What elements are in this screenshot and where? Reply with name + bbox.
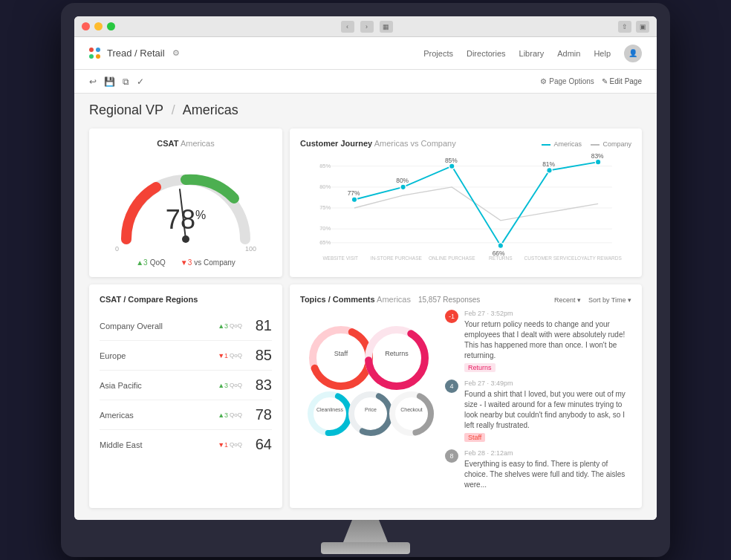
journey-title-text: Customer Journey — [300, 139, 372, 148]
comment-item-1: -1 Feb 27 · 3:52pm Your return policy ne… — [445, 310, 631, 372]
comment-meta-2: Feb 27 · 3:49pm — [464, 380, 631, 387]
close-button[interactable] — [82, 22, 90, 30]
svg-text:RETURNS: RETURNS — [489, 255, 513, 261]
legend-company: Company — [591, 140, 631, 148]
fullscreen-button[interactable]: ▣ — [636, 21, 649, 33]
svg-text:LOYALTY REWARDS: LOYALTY REWARDS — [574, 255, 622, 261]
sort-recent-button[interactable]: Recent ▾ — [554, 296, 581, 304]
comment-item-3: 8 Feb 28 · 2:12am Everything is easy to … — [445, 449, 631, 490]
save-icon[interactable]: 💾 — [104, 76, 115, 87]
journey-chart: 85% 80% 75% 70% 65% — [300, 152, 631, 267]
region-delta-europe: ▼1 QoQ — [218, 352, 242, 359]
csat-footer: ▲3 QoQ ▼3 vs Company — [136, 258, 235, 267]
sort-by-time-button[interactable]: Sort by Time ▾ — [588, 296, 631, 304]
svg-text:85%: 85% — [445, 157, 458, 164]
topics-title-text: Topics / Comments — [300, 295, 375, 304]
nav-admin[interactable]: Admin — [557, 49, 580, 58]
donut-charts-svg: Staff Returns Cleanliness — [300, 310, 438, 440]
svg-text:Checkout: Checkout — [400, 407, 423, 412]
comment-text-3: Everything is easy to find. There is ple… — [464, 459, 631, 490]
comments-list: -1 Feb 27 · 3:52pm Your return policy ne… — [445, 310, 631, 498]
region-row-middle-east: Middle East ▼1 QoQ 64 — [100, 430, 272, 459]
svg-point-1 — [182, 235, 189, 243]
back-button[interactable]: ‹ — [341, 21, 354, 33]
comment-body-3: Feb 28 · 2:12am Everything is easy to fi… — [464, 449, 631, 490]
svg-point-17 — [595, 159, 601, 165]
qoq-label: QoQ — [230, 352, 242, 359]
comment-text-2: Found a shirt that I loved, but you were… — [464, 389, 631, 431]
comment-meta-1: Feb 27 · 3:52pm — [464, 310, 631, 317]
region-score-europe: 85 — [250, 347, 272, 364]
qoq-label: QoQ — [230, 411, 242, 418]
svg-text:ONLINE PURCHASE: ONLINE PURCHASE — [429, 255, 475, 261]
svg-point-14 — [449, 163, 455, 169]
edit-page-button[interactable]: ✎ Edit Page — [602, 77, 642, 85]
maximize-button[interactable] — [107, 22, 115, 30]
svg-text:80%: 80% — [396, 177, 409, 184]
csat-card-title: CSAT Americas — [157, 139, 214, 148]
monitor-stand — [74, 520, 657, 557]
region-score-company: 81 — [250, 317, 272, 334]
topics-header: Topics / Comments Americas 15,857 Respon… — [300, 295, 631, 304]
svg-text:70%: 70% — [319, 225, 331, 232]
app-logo: Tread / Retail ⚙ — [89, 48, 423, 59]
region-row-company: Company Overall ▲3 QoQ 81 — [100, 311, 272, 341]
region-name-europe: Europe — [100, 351, 218, 360]
legend-americas: Americas — [542, 140, 582, 148]
comment-item-2: 4 Feb 27 · 3:49pm Found a shirt that I l… — [445, 380, 631, 442]
svg-text:IN-STORE PURCHASE: IN-STORE PURCHASE — [371, 255, 423, 261]
comment-tag-returns[interactable]: Returns — [464, 363, 496, 372]
region-name-middle-east: Middle East — [100, 440, 218, 449]
window-control-button[interactable]: ▦ — [380, 21, 393, 33]
comment-meta-3: Feb 28 · 2:12am — [464, 449, 631, 457]
region-row-americas: Americas ▲3 QoQ 78 — [100, 400, 272, 430]
svg-text:Returns: Returns — [385, 350, 409, 357]
delta-arrow: ▼1 — [218, 441, 228, 449]
logo-dot-red — [89, 48, 94, 52]
region-name-asia: Asia Pacific — [100, 381, 218, 390]
svg-text:Staff: Staff — [334, 350, 348, 357]
logo-dot-yellow — [96, 54, 100, 59]
nav-projects[interactable]: Projects — [423, 49, 453, 58]
delta-company-label: vs Company — [194, 258, 235, 267]
forward-button[interactable]: › — [360, 21, 374, 33]
page-content: Regional VP / Americas CSAT Americas — [74, 94, 657, 520]
settings-icon[interactable]: ⚙ — [172, 48, 180, 58]
region-score-asia: 83 — [250, 377, 272, 394]
journey-chart-svg: 85% 80% 75% 70% 65% — [300, 152, 631, 264]
share-button[interactable]: ⇧ — [618, 21, 631, 33]
nav-links: Projects Directories Library Admin Help … — [423, 45, 642, 62]
comment-tag-staff[interactable]: Staff — [464, 433, 485, 442]
nav-directories[interactable]: Directories — [467, 49, 506, 58]
journey-subtitle: Americas vs Company — [374, 139, 456, 148]
copy-icon[interactable]: ⧉ — [123, 76, 129, 87]
page-options-button[interactable]: ⚙ Page Options — [540, 77, 594, 85]
region-score-americas: 78 — [250, 406, 272, 423]
csat-title-text: CSAT — [157, 139, 178, 148]
svg-text:81%: 81% — [542, 160, 555, 168]
title-bar: ‹ › ▦ ⇧ ▣ — [74, 16, 657, 37]
topics-body: Staff Returns Cleanliness — [300, 310, 631, 498]
svg-point-12 — [351, 197, 357, 203]
comment-num-1: -1 — [445, 310, 458, 323]
gauge-container: 78% — [111, 161, 260, 243]
minimize-button[interactable] — [94, 22, 103, 30]
avatar[interactable]: 👤 — [624, 45, 642, 62]
region-score-middle-east: 64 — [250, 436, 272, 453]
logo-dot-green — [89, 54, 94, 59]
topics-controls: Recent ▾ Sort by Time ▾ — [554, 296, 631, 304]
comment-body-1: Feb 27 · 3:52pm Your return policy needs… — [464, 310, 631, 372]
nav-help[interactable]: Help — [594, 49, 611, 58]
delta-arrow: ▲3 — [218, 382, 228, 389]
check-icon[interactable]: ✓ — [137, 76, 144, 87]
nav-library[interactable]: Library — [519, 49, 545, 58]
csat-card: CSAT Americas — [89, 128, 282, 277]
undo-icon[interactable]: ↩ — [89, 76, 97, 87]
region-name-americas: Americas — [100, 411, 218, 420]
stand-neck — [343, 520, 388, 542]
csat-delta-company: ▼3 vs Company — [181, 258, 235, 267]
comment-text-1: Your return policy needs to change and y… — [464, 319, 631, 361]
svg-text:75%: 75% — [319, 204, 331, 211]
svg-point-13 — [400, 184, 406, 190]
delta-arrow: ▲3 — [218, 411, 228, 419]
